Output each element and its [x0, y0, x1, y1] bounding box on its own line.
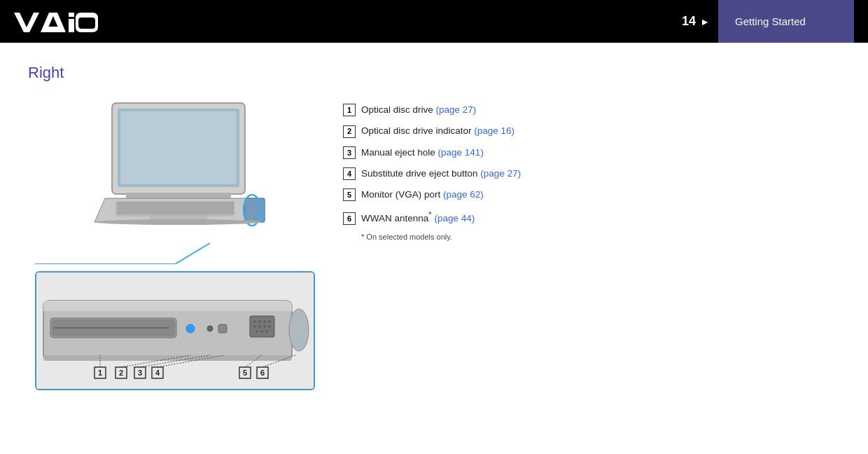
laptop-svg [77, 96, 273, 236]
component-link-2[interactable]: (page 16) [474, 125, 514, 136]
main-area: 1 2 3 4 5 [28, 96, 840, 440]
svg-point-27 [207, 326, 213, 331]
component-number-1: 1 [343, 104, 356, 116]
svg-rect-13 [118, 211, 234, 214]
component-item-6: 6 WWAN antenna* (page 44) [343, 209, 840, 226]
svg-rect-3 [69, 13, 74, 17]
component-number-4: 4 [343, 167, 356, 180]
component-text-3: Manual eject hole (page 141) [361, 146, 484, 160]
page-number: 14 [682, 14, 696, 29]
section-title: Right [28, 64, 840, 82]
svg-rect-4 [69, 19, 74, 32]
svg-rect-8 [126, 193, 231, 198]
component-link-4[interactable]: (page 27) [480, 168, 521, 179]
component-text-1: Optical disc drive (page 27) [361, 103, 476, 117]
svg-point-17 [94, 219, 262, 225]
page-number-container: 14 ► [682, 14, 710, 29]
svg-point-38 [256, 331, 258, 333]
svg-point-30 [254, 321, 256, 323]
component-number-6: 6 [343, 212, 356, 225]
svg-text:1: 1 [98, 369, 102, 377]
component-text-2: Optical disc drive indicator (page 16) [361, 124, 514, 138]
svg-point-34 [254, 326, 256, 328]
header-title-section: Getting Started [718, 0, 854, 43]
svg-point-35 [259, 326, 261, 328]
component-item-5: 5 Monitor (VGA) port (page 62) [343, 188, 840, 202]
svg-rect-25 [54, 327, 169, 329]
component-text-6: WWAN antenna* (page 44) [361, 209, 475, 226]
component-number-2: 2 [343, 125, 356, 138]
component-link-6[interactable]: (page 44) [434, 213, 475, 223]
svg-point-41 [289, 309, 309, 351]
component-link-1[interactable]: (page 27) [436, 104, 477, 115]
svg-marker-2 [45, 27, 62, 32]
header-right: 14 ► Getting Started [682, 0, 854, 43]
laptop-illustrations: 1 2 3 4 5 [28, 96, 322, 440]
svg-text:2: 2 [119, 369, 123, 377]
svg-point-40 [266, 331, 268, 333]
svg-rect-14 [150, 215, 206, 219]
detail-panel: 1 2 3 4 5 [35, 271, 315, 390]
component-link-3[interactable]: (page 141) [438, 147, 484, 158]
svg-point-39 [261, 331, 263, 333]
component-number-3: 3 [343, 146, 356, 159]
vaio-logo-svg [14, 9, 98, 34]
svg-point-32 [264, 321, 266, 323]
svg-rect-12 [118, 207, 234, 209]
page-arrow: ► [700, 16, 710, 27]
svg-point-33 [269, 321, 271, 323]
laptop-drawing [77, 96, 280, 243]
svg-rect-7 [120, 111, 237, 184]
svg-point-36 [264, 326, 266, 328]
svg-text:3: 3 [138, 369, 142, 377]
logo [14, 9, 98, 34]
footnote: * On selected models only. [361, 233, 840, 241]
header-title: Getting Started [735, 15, 806, 27]
svg-line-18 [175, 243, 210, 264]
svg-rect-28 [218, 324, 227, 333]
header: 14 ► Getting Started [0, 0, 868, 43]
detail-svg: 1 2 3 4 5 [36, 273, 315, 390]
svg-text:4: 4 [155, 369, 160, 377]
component-item-2: 2 Optical disc drive indicator (page 16) [343, 124, 840, 138]
component-item-1: 1 Optical disc drive (page 27) [343, 103, 840, 117]
svg-rect-15 [245, 198, 265, 222]
connector-line [35, 243, 315, 264]
svg-point-26 [186, 324, 195, 333]
superscript-6: * [428, 210, 431, 219]
component-item-3: 3 Manual eject hole (page 141) [343, 146, 840, 160]
svg-point-31 [259, 321, 261, 323]
svg-marker-0 [14, 13, 39, 32]
component-text-4: Substitute drive eject button (page 27) [361, 167, 521, 181]
component-link-5[interactable]: (page 62) [443, 189, 484, 200]
main-content: Right [0, 43, 868, 454]
svg-point-37 [269, 326, 271, 328]
svg-text:6: 6 [260, 369, 265, 377]
svg-text:5: 5 [243, 369, 247, 377]
component-text-5: Monitor (VGA) port (page 62) [361, 188, 484, 202]
component-item-4: 4 Substitute drive eject button (page 27… [343, 167, 840, 181]
svg-rect-29 [250, 316, 274, 337]
svg-rect-11 [118, 202, 234, 205]
component-number-5: 5 [343, 188, 356, 201]
component-list: 1 Optical disc drive (page 27) 2 Optical… [343, 96, 840, 440]
